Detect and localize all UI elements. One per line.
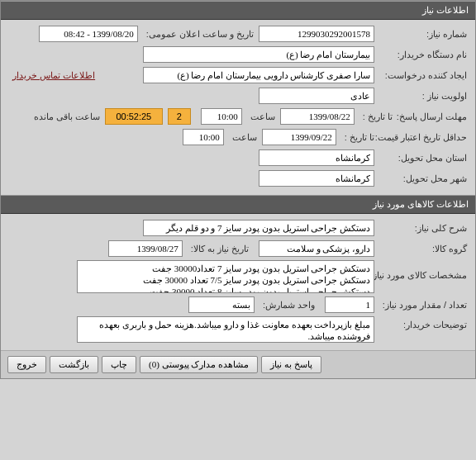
creator-label: ایجاد کننده درخواست: [374,70,467,81]
section-header-goods-info: اطلاعات کالاهای مورد نیاز [1,195,475,214]
row-need-desc: شرح کلی نیاز: [9,219,467,237]
city-field[interactable] [259,170,374,187]
row-goods-spec: مشخصات کالای مورد نیاز: [9,260,467,293]
deadline-to-label: تا تاریخ : [359,111,393,122]
section-header-need-info: اطلاعات نیاز [1,1,475,20]
buyer-notes-label: توضیحات خریدار: [374,316,467,330]
row-buyer-notes: توضیحات خریدار: [9,316,467,343]
deadline-time-field[interactable] [201,108,242,125]
deadline-date-field[interactable] [280,108,355,125]
countdown-timer: 00:52:25 [105,108,163,125]
province-label: استان محل تحویل: [374,153,467,164]
need-info-body: شماره نیاز: تاریخ و ساعت اعلان عمومی: نا… [1,20,475,195]
city-label: شهر محل تحویل: [374,173,467,184]
back-button[interactable]: بازگشت [50,356,98,373]
row-priority: اولویت نیاز : [9,87,467,105]
device-label: نام دستگاه خریدار: [374,50,467,60]
need-date-field[interactable] [108,240,183,257]
min-validity-time-label: ساعت [229,132,257,143]
device-field[interactable] [143,46,374,63]
row-province: استان محل تحویل: [9,149,467,167]
qty-label: تعداد / مقدار مورد نیاز: [374,300,467,311]
need-desc-field[interactable] [143,220,374,236]
public-datetime-label: تاریخ و ساعت اعلان عمومی: [143,29,254,40]
day-counter: 2 [168,108,191,125]
footer-bar: خروج بازگشت چاپ مشاهده مدارک پیوستی (0) … [1,350,475,378]
row-deadline: مهلت ارسال پاسخ: تا تاریخ : ساعت 2 00:52… [9,107,467,126]
buyer-contact-link[interactable]: اطلاعات تماس خریدار [9,69,98,83]
goods-info-body: شرح کلی نیاز: گروه کالا: تاریخ نیاز به ک… [1,214,475,350]
min-validity-label: حداقل تاریخ اعتبار قیمت: [374,132,467,143]
row-goods-group: گروه کالا: تاریخ نیاز به کالا: [9,239,467,258]
need-number-label: شماره نیاز: [374,29,467,40]
deadline-time-label: ساعت [247,111,275,122]
creator-field[interactable] [143,67,374,83]
public-datetime-field[interactable] [39,26,138,42]
row-city: شهر محل تحویل: [9,169,467,187]
need-date-label: تاریخ نیاز به کالا: [188,244,249,254]
goods-spec-field[interactable] [77,260,374,293]
deadline-label: مهلت ارسال پاسخ: [393,111,467,122]
min-validity-time-field[interactable] [183,129,224,145]
need-desc-label: شرح کلی نیاز: [374,223,467,234]
goods-group-field[interactable] [259,240,374,257]
goods-spec-label: مشخصات کالای مورد نیاز: [374,260,467,281]
respond-button[interactable]: پاسخ به نیاز [261,356,321,373]
min-validity-date-field[interactable] [262,129,336,145]
remaining-label: ساعت باقی مانده [31,111,100,122]
row-need-number: شماره نیاز: تاریخ و ساعت اعلان عمومی: [9,25,467,43]
exit-button[interactable]: خروج [7,356,46,373]
form-container: اطلاعات نیاز شماره نیاز: تاریخ و ساعت اع… [0,0,476,379]
goods-group-label: گروه کالا: [374,244,467,254]
priority-field[interactable] [259,88,374,104]
print-button[interactable]: چاپ [102,356,136,373]
province-field[interactable] [259,149,374,166]
row-qty: تعداد / مقدار مورد نیاز: واحد شمارش: [9,296,467,314]
attachments-button[interactable]: مشاهده مدارک پیوستی (0) [140,356,258,373]
buyer-notes-field[interactable] [77,316,374,343]
unit-label: واحد شمارش: [259,300,315,311]
row-min-validity: حداقل تاریخ اعتبار قیمت: تا تاریخ : ساعت [9,128,467,146]
unit-field[interactable] [188,296,255,313]
row-creator: ایجاد کننده درخواست: اطلاعات تماس خریدار [9,66,467,84]
qty-field[interactable] [325,296,374,313]
priority-label: اولویت نیاز : [374,91,467,102]
min-validity-to-label: تا تاریخ : [341,132,374,143]
row-device: نام دستگاه خریدار: [9,45,467,64]
need-number-field[interactable] [259,26,374,42]
